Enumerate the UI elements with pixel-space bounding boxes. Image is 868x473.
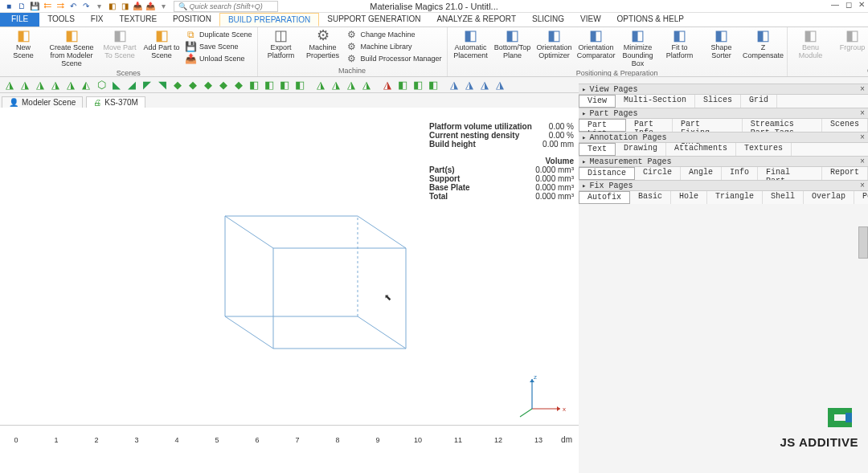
tool-icon[interactable]: ◧ <box>396 79 409 92</box>
close-icon[interactable]: × <box>860 181 865 190</box>
tab-analyze-report[interactable]: ANALYZE & REPORT <box>428 13 524 27</box>
move-part-button[interactable]: ◧ Move Part To Scene <box>101 29 138 60</box>
vertical-scrollbar[interactable] <box>858 226 868 259</box>
tool-icon[interactable]: ◧ <box>263 79 276 92</box>
tab-texture[interactable]: TEXTURE <box>111 13 165 27</box>
z-compensate-button[interactable]: ◧Z Compensate <box>745 29 782 60</box>
tab-text[interactable]: Text <box>579 143 616 156</box>
tab-triangle[interactable]: Triangle <box>707 191 763 204</box>
tab-streamics[interactable]: Streamics Part Tags <box>743 119 822 132</box>
tool-icon[interactable]: ◮ <box>314 79 327 92</box>
tab-position[interactable]: POSITION <box>165 13 219 27</box>
tool-icon[interactable]: ⬡ <box>95 79 108 92</box>
tool-icon[interactable]: ◮ <box>360 79 373 92</box>
tool-icon[interactable]: ◧ <box>278 79 291 92</box>
machine-library-button[interactable]: ⚙Machine Library <box>346 41 442 52</box>
tab-support-generation[interactable]: SUPPORT GENERATION <box>319 13 428 27</box>
tab-info[interactable]: Info <box>722 167 758 180</box>
tool-icon[interactable]: ◆ <box>217 79 230 92</box>
tab-tools[interactable]: TOOLS <box>39 13 83 27</box>
add-part-button[interactable]: ◧ Add Part to Scene <box>143 29 180 60</box>
tab-part-list[interactable]: Part List <box>579 119 626 132</box>
unload-scene-button[interactable]: 📤Unload Scene <box>185 53 252 64</box>
tab-textures[interactable]: Textures <box>736 143 792 156</box>
tab-multi-section[interactable]: Multi-Section <box>616 95 695 108</box>
tool-icon[interactable]: ◣ <box>110 79 123 92</box>
tool-icon[interactable]: ◧ <box>411 79 424 92</box>
fit-platform-button[interactable]: ◧Fit to Platform <box>661 29 698 60</box>
tool-icon[interactable]: ◮ <box>3 79 16 92</box>
tab-autofix[interactable]: Autofix <box>579 191 630 204</box>
tool-icon[interactable]: ◮ <box>478 79 491 92</box>
tab-attachments[interactable]: Attachments <box>666 143 736 156</box>
export-platform-button[interactable]: ◫ Export Platform <box>263 29 300 60</box>
tool-icon[interactable]: ◆ <box>232 79 245 92</box>
tool-icon[interactable]: ◮ <box>381 79 394 92</box>
tab-scenes[interactable]: Scenes <box>822 119 868 132</box>
benu-button[interactable]: ◧Benu Module <box>792 29 829 60</box>
tab-build-preparation[interactable]: BUILD PREPARATION <box>219 13 319 27</box>
tool-icon[interactable]: ◆ <box>186 79 199 92</box>
tool-icon[interactable]: ◮ <box>18 79 31 92</box>
tool-icon[interactable]: ◮ <box>49 79 62 92</box>
fix-pages-header[interactable]: ▸Fix Pages× <box>579 180 868 191</box>
close-icon[interactable]: × <box>860 85 865 94</box>
tab-distance[interactable]: Distance <box>579 167 635 180</box>
machine-properties-button[interactable]: ⚙ Machine Properties <box>305 29 342 60</box>
maximize-button[interactable]: ◻ <box>845 0 852 9</box>
view-pages-header[interactable]: ▸View Pages× <box>579 84 868 95</box>
close-icon[interactable]: × <box>860 157 865 166</box>
tool-icon[interactable]: ◤ <box>141 79 154 92</box>
tool-icon[interactable]: ◆ <box>202 79 215 92</box>
tab-grid[interactable]: Grid <box>741 95 777 108</box>
tab-view[interactable]: VIEW <box>572 13 609 27</box>
tab-hole[interactable]: Hole <box>671 191 707 204</box>
auto-placement-button[interactable]: ◧Automatic Placement <box>452 29 489 60</box>
tool-icon[interactable]: ◮ <box>493 79 506 92</box>
tab-final-part[interactable]: Final Part <box>758 167 822 180</box>
orientation-optimizer-button[interactable]: ◧Orientation Optimizer <box>536 29 573 60</box>
save-scene-button[interactable]: 💾Save Scene <box>185 41 252 52</box>
close-icon[interactable]: × <box>860 109 865 118</box>
tab-shell[interactable]: Shell <box>763 191 804 204</box>
scene-tab-modeler[interactable]: 👤 Modeler Scene <box>2 96 83 108</box>
change-machine-button[interactable]: ⚙Change Machine <box>346 29 442 40</box>
tool-icon[interactable]: ◧ <box>293 79 306 92</box>
shape-sorter-button[interactable]: ◧Shape Sorter <box>703 29 740 60</box>
duplicate-scene-button[interactable]: ⧉Duplicate Scene <box>185 29 252 40</box>
new-scene-button[interactable]: ◧ New Scene <box>5 29 42 60</box>
tab-report[interactable]: Report <box>822 167 868 180</box>
scene-tab-ks370m[interactable]: 🖨 KS-370M <box>86 96 145 108</box>
tool-icon[interactable]: ◭ <box>80 79 92 92</box>
tool-icon[interactable]: ◮ <box>64 79 77 92</box>
tab-options-help[interactable]: OPTIONS & HELP <box>609 13 692 27</box>
viewport[interactable]: x z ⬉ Platform volume utilization0.00 % … <box>0 108 579 449</box>
tab-slicing[interactable]: SLICING <box>524 13 572 27</box>
minimize-bb-button[interactable]: ◧Minimize Bounding Box <box>620 29 657 68</box>
tool-icon[interactable]: ◥ <box>156 79 169 92</box>
tab-circle[interactable]: Circle <box>635 167 681 180</box>
tab-fix[interactable]: FIX <box>83 13 112 27</box>
tab-drawing[interactable]: Drawing <box>616 143 666 156</box>
tab-part-info[interactable]: Part Info <box>626 119 673 132</box>
tool-icon[interactable]: ◮ <box>345 79 358 92</box>
tab-part-fixing[interactable]: Part Fixing Info <box>673 119 743 132</box>
fgroup-button[interactable]: ◧Frgroup <box>834 29 868 52</box>
annotation-pages-header[interactable]: ▸Annotation Pages× <box>579 132 868 143</box>
tool-icon[interactable]: ◮ <box>34 79 47 92</box>
bottom-top-button[interactable]: ◧Bottom/Top Plane <box>494 29 531 60</box>
tool-icon[interactable]: ◢ <box>125 79 138 92</box>
orientation-comparator-button[interactable]: ◧Orientation Comparator <box>578 29 615 60</box>
close-icon[interactable]: × <box>860 133 865 142</box>
bpm-button[interactable]: ⚙Build Processor Manager <box>346 53 442 64</box>
tool-icon[interactable]: ◮ <box>448 79 461 92</box>
tool-icon[interactable]: ◆ <box>171 79 184 92</box>
minimize-button[interactable]: — <box>831 0 839 9</box>
close-button[interactable]: ✕ <box>858 0 865 9</box>
tab-angle[interactable]: Angle <box>681 167 722 180</box>
tab-slices[interactable]: Slices <box>695 95 741 108</box>
tool-icon[interactable]: ◧ <box>427 79 440 92</box>
tab-point[interactable]: Point <box>854 191 868 204</box>
tool-icon[interactable]: ◮ <box>330 79 342 92</box>
tool-icon[interactable]: ◧ <box>248 79 260 92</box>
